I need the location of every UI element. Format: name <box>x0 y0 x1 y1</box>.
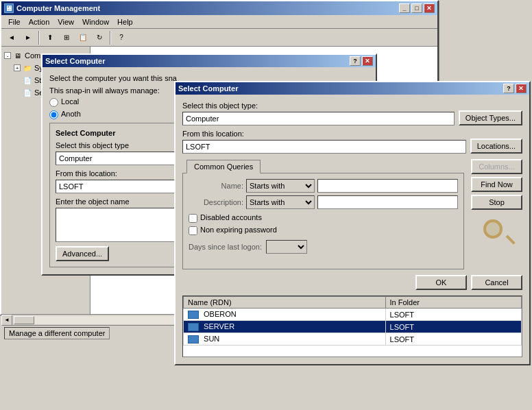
tab-panel: Common Queries Name: Starts with Descrip… <box>182 159 464 269</box>
radio-local-label: Local <box>61 97 79 106</box>
columns-button[interactable]: Columns... <box>471 159 522 174</box>
menu-action[interactable]: Action <box>25 16 54 27</box>
disabled-accounts-checkbox[interactable] <box>189 214 197 223</box>
dialog1-title-buttons: ? ✕ <box>350 56 373 66</box>
search-icon-area <box>471 219 522 247</box>
dialog2-cancel-button[interactable]: Cancel <box>471 275 522 290</box>
menu-help[interactable]: Help <box>113 16 137 27</box>
table-row[interactable]: SERVER LSOFT <box>184 321 522 333</box>
dialog2-close-button[interactable]: ✕ <box>516 84 527 93</box>
app-icon: 🖥 <box>4 3 14 13</box>
locations-button[interactable]: Locations... <box>470 138 522 154</box>
cell-folder: LSOFT <box>385 333 521 346</box>
toolbar: ◄ ► ⬆ ⊞ 📋 ↻ ? <box>1 29 437 47</box>
non-expiring-row: Non expiring password <box>189 226 458 236</box>
object-type-row: Select this object type: Object Types... <box>182 101 522 125</box>
cell-folder: LSOFT <box>385 309 521 321</box>
days-since-row: Days since last logon: <box>189 240 458 254</box>
results-table: Name (RDN) In Folder OBERON LSOFT SERVER… <box>183 296 522 346</box>
desc-label: Description: <box>189 198 243 206</box>
object-type-section: Select this object type: <box>182 101 455 125</box>
stop-button[interactable]: Stop <box>471 195 522 210</box>
find-now-button[interactable]: Find Now <box>471 177 522 192</box>
cell-name: OBERON <box>184 309 386 321</box>
desc-filter-input[interactable] <box>317 195 458 209</box>
tab-bar: Common Queries <box>182 159 464 173</box>
col-folder: In Folder <box>385 297 521 309</box>
name-label: Name: <box>189 182 243 190</box>
location-section: From this location: <box>182 130 466 154</box>
title-bar-buttons: _ □ ✕ <box>399 3 435 13</box>
main-title-text: 🖥 Computer Management <box>4 3 100 13</box>
action-buttons-panel: Columns... Find Now Stop <box>471 159 522 269</box>
table-row[interactable]: OBERON LSOFT <box>184 309 522 321</box>
desc-row: Description: Starts with <box>189 195 458 209</box>
dialog1-title-bar: Select Computer ? ✕ <box>43 55 376 67</box>
location-label: From this location: <box>182 130 466 138</box>
magnify-icon <box>483 219 511 247</box>
back-button[interactable]: ◄ <box>4 30 19 45</box>
menu-window[interactable]: Window <box>78 16 113 27</box>
non-expiring-checkbox[interactable] <box>189 226 197 235</box>
help-button[interactable]: ? <box>114 30 129 45</box>
st-icon: 📄 <box>22 75 33 86</box>
table-row[interactable]: SUN LSOFT <box>184 333 522 346</box>
menu-file[interactable]: File <box>4 16 25 27</box>
dialog2-title-buttons: ? ✕ <box>503 84 527 93</box>
results-area[interactable]: Name (RDN) In Folder OBERON LSOFT SERVER… <box>182 296 522 357</box>
maximize-button[interactable]: □ <box>411 3 422 13</box>
expand-comp[interactable]: - <box>4 52 11 59</box>
name-row: Name: Starts with <box>189 179 458 193</box>
common-queries-tab[interactable]: Common Queries <box>186 160 261 173</box>
name-filter-select[interactable]: Starts with <box>246 179 315 193</box>
menu-view[interactable]: View <box>53 16 78 27</box>
toolbar-separator-1 <box>38 31 40 45</box>
properties-button[interactable]: 📋 <box>75 30 90 45</box>
dialog2-content: Select this object type: Object Types...… <box>176 95 529 364</box>
object-type-label: Select this object type: <box>182 101 455 110</box>
location-input[interactable] <box>182 140 466 154</box>
radio-another[interactable] <box>49 110 58 119</box>
days-since-select[interactable] <box>266 240 307 254</box>
close-button[interactable]: ✕ <box>424 3 435 13</box>
name-filter-input[interactable] <box>317 179 458 193</box>
disabled-accounts-label: Disabled accounts <box>200 213 262 221</box>
cell-folder: LSOFT <box>385 321 521 333</box>
se-icon: 📄 <box>22 87 33 98</box>
scroll-thumb[interactable] <box>14 316 34 324</box>
dialog2-button-row: OK Cancel <box>182 275 522 290</box>
query-area: Common Queries Name: Starts with Descrip… <box>182 159 522 269</box>
disabled-accounts-row: Disabled accounts <box>189 213 458 224</box>
scroll-left[interactable]: ◄ <box>1 315 12 326</box>
up-button[interactable]: ⬆ <box>43 30 58 45</box>
radio-local[interactable] <box>49 98 58 107</box>
menu-bar: File Action View Window Help <box>1 15 437 29</box>
dialog1-help-button[interactable]: ? <box>350 56 361 66</box>
object-types-button[interactable]: Object Types... <box>459 110 522 125</box>
dialog-select-computer-2: Select Computer ? ✕ Select this object t… <box>174 81 531 365</box>
dialog2-ok-button[interactable]: OK <box>415 275 467 290</box>
location-row: From this location: Locations... <box>182 130 522 154</box>
desc-filter-select[interactable]: Starts with <box>246 195 315 209</box>
dialog2-title-bar: Select Computer ? ✕ <box>176 82 529 95</box>
non-expiring-label: Non expiring password <box>200 226 277 234</box>
cell-name: SERVER <box>184 321 386 333</box>
radio-another-label: Anoth <box>61 110 81 118</box>
main-title-bar: 🖥 Computer Management _ □ ✕ <box>1 1 437 15</box>
cell-name: SUN <box>184 333 386 346</box>
days-since-label: Days since last logon: <box>189 243 262 251</box>
col-name: Name (RDN) <box>184 297 386 309</box>
sy-icon: 📁 <box>22 62 33 73</box>
refresh-button[interactable]: ↻ <box>92 30 107 45</box>
forward-button[interactable]: ► <box>21 30 36 45</box>
show-hide-button[interactable]: ⊞ <box>59 30 74 45</box>
object-type-input[interactable] <box>182 112 455 125</box>
dialog2-help-button[interactable]: ? <box>503 84 514 93</box>
minimize-button[interactable]: _ <box>399 3 410 13</box>
comp-icon: 🖥 <box>12 50 23 61</box>
dialog1-close-button[interactable]: ✕ <box>362 56 373 66</box>
advanced-button[interactable]: Advanced... <box>56 246 109 261</box>
expand-sy[interactable]: + <box>14 64 21 71</box>
toolbar-separator-2 <box>110 31 111 45</box>
status-text: Manage a different computer <box>4 327 110 339</box>
